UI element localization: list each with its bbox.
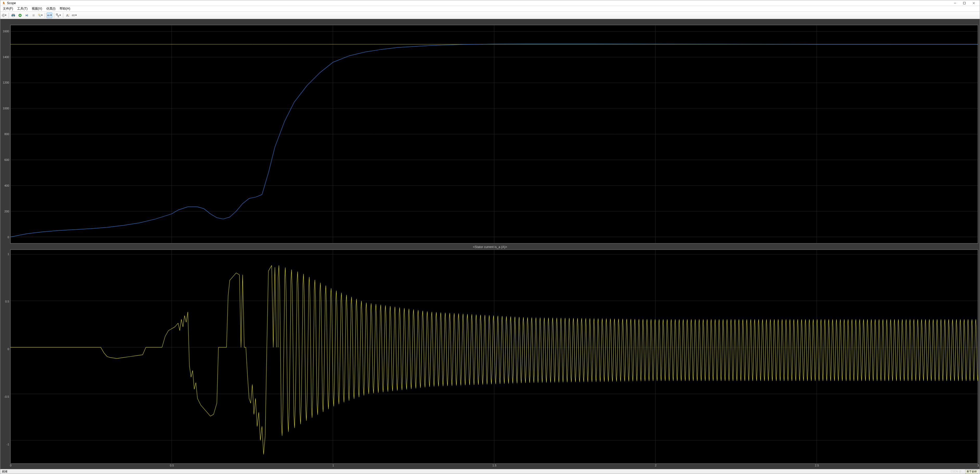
- menu-view[interactable]: 视图(V): [30, 6, 44, 11]
- plot-1-axes[interactable]: [10, 25, 978, 243]
- menu-tools[interactable]: 工具(T): [16, 6, 29, 11]
- print-button[interactable]: [10, 13, 16, 18]
- watermark: CSDN @...: [951, 470, 964, 473]
- svg-rect-23: [56, 14, 57, 15]
- find-icon: [38, 14, 41, 17]
- cursor-mode-button[interactable]: ▼: [46, 13, 52, 18]
- scope-area: 02004006008001000120014001600 <Stator cu…: [0, 19, 980, 469]
- gear-icon: [2, 14, 5, 17]
- status-badge: 基于采样: [965, 469, 978, 474]
- plot-2-yticks: -1-0.500.51: [2, 250, 10, 468]
- plot-1: 02004006008001000120014001600: [2, 21, 978, 243]
- svg-rect-19: [27, 14, 28, 16]
- x-ticks: 00.511.522.53: [11, 464, 978, 468]
- plot-2-title: <Stator current is_a (A)>: [2, 245, 978, 250]
- plot-2-axes[interactable]: [10, 250, 978, 464]
- plot-1-title: [2, 21, 978, 25]
- svg-line-25: [57, 15, 58, 16]
- titlebar[interactable]: Scope: [0, 0, 980, 6]
- zoom-button[interactable]: ▼: [56, 13, 61, 18]
- matlab-icon: [2, 1, 5, 5]
- measurements-button[interactable]: ▼: [72, 13, 77, 18]
- find-signal-button[interactable]: ▼: [38, 13, 43, 18]
- play-icon: [18, 14, 22, 17]
- window-title: Scope: [7, 1, 951, 5]
- step-forward-icon: [25, 14, 29, 17]
- menu-sim[interactable]: 仿真(I): [45, 6, 57, 11]
- stop-icon: [32, 14, 35, 17]
- toolbar: ▼ ▼ ▼ ▼ ▼: [0, 12, 980, 19]
- close-button[interactable]: [969, 1, 978, 5]
- menu-help[interactable]: 帮助(H): [58, 6, 72, 11]
- arrow-icon: [47, 14, 50, 17]
- plot-2: <Stator current is_a (A)> -1-0.500.51 00…: [2, 245, 978, 468]
- menu-file[interactable]: 文件(F): [1, 6, 14, 11]
- svg-line-12: [2, 16, 3, 17]
- signal-icon: [66, 14, 70, 17]
- menubar: 文件(F) 工具(T) 视图(V) 仿真(I) 帮助(H): [0, 6, 980, 12]
- settings-button[interactable]: ▼: [1, 13, 7, 18]
- svg-line-9: [2, 14, 3, 14]
- svg-rect-1: [963, 2, 966, 4]
- ruler-icon: [72, 14, 75, 17]
- svg-rect-15: [12, 16, 14, 17]
- maximize-button[interactable]: [960, 1, 969, 5]
- status-text: 就绪: [2, 469, 8, 474]
- step-button[interactable]: [24, 13, 30, 18]
- stop-button[interactable]: [31, 13, 37, 18]
- print-icon: [11, 14, 15, 17]
- window-controls: [951, 1, 978, 5]
- svg-point-4: [3, 14, 4, 16]
- svg-rect-20: [33, 14, 35, 16]
- run-button[interactable]: [17, 13, 23, 18]
- minimize-button[interactable]: [951, 1, 959, 5]
- svg-marker-18: [26, 14, 27, 16]
- plot-1-yticks: 02004006008001000120014001600: [2, 25, 10, 243]
- signal-selector-button[interactable]: [65, 13, 70, 18]
- statusbar: 就绪 CSDN @... 基于采样: [0, 469, 980, 474]
- zoom-icon: [56, 14, 59, 17]
- scope-window: Scope 文件(F) 工具(T) 视图(V) 仿真(I) 帮助(H) ▼ ▼ …: [0, 0, 980, 474]
